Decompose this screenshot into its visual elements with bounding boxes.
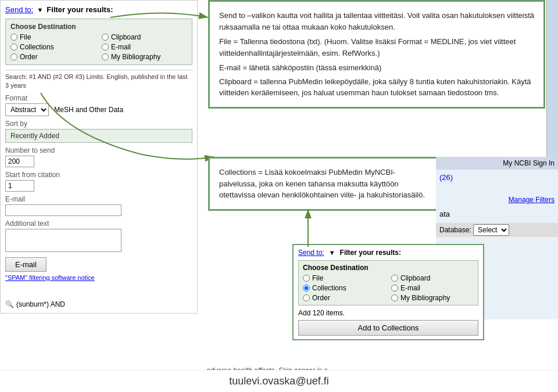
dest-order-radio[interactable] (10, 53, 17, 60)
my-ncbi-text: My NCBI Sign In (503, 159, 555, 167)
search-bar-bottom: 🔍 (sunburn*) AND (5, 300, 65, 308)
dest-order[interactable]: Order (10, 53, 96, 61)
dest-email[interactable]: E-mail (102, 43, 187, 51)
arrow-1 (105, 3, 215, 32)
bottom-dest-order-radio[interactable] (303, 294, 310, 301)
bottom-dest-email[interactable]: E-mail (391, 284, 474, 292)
dest-collections-radio[interactable] (10, 44, 17, 51)
tooltip-box-1: Send to –valikon kautta voit hallita ja … (208, 0, 545, 109)
email-input[interactable] (5, 204, 121, 216)
search-query: (sunburn*) AND (16, 300, 65, 308)
dest-clipboard-radio[interactable] (102, 34, 109, 41)
results-count[interactable]: (26) (436, 172, 558, 183)
number-to-send-input[interactable] (5, 156, 34, 167)
manage-filters-link[interactable]: Manage Filters (436, 195, 558, 205)
dest-clipboard[interactable]: Clipboard (102, 33, 187, 41)
dest-file[interactable]: File (10, 33, 96, 41)
ata-label: ata (439, 210, 450, 218)
bottom-dest-email-radio[interactable] (391, 285, 398, 292)
bottom-dest-mybib-radio[interactable] (391, 294, 398, 301)
dest-file-label: File (20, 33, 31, 41)
add-to-collections-button[interactable]: Add to Collections (298, 320, 478, 336)
bottom-dest-clipboard-label: Clipboard (400, 274, 430, 282)
tooltip1-file: File = Tallenna tiedostona (txt). (Huom.… (219, 36, 534, 59)
bottom-dest-file-radio[interactable] (303, 275, 310, 282)
add-items-text: Add 120 items. (298, 309, 478, 317)
bottom-dest-collections-label: Collections (312, 284, 346, 292)
bottom-dest-file-label: File (312, 274, 323, 282)
bottom-send-to-link[interactable]: Send to: (298, 249, 324, 257)
bottom-dest-order-label: Order (312, 294, 330, 302)
bottom-dropdown-icon: ▼ (329, 249, 335, 256)
bottom-send-header: Send to: ▼ Filter your results: (298, 249, 478, 257)
tooltip1-text: Send to –valikon kautta voit hallita ja … (219, 10, 534, 33)
arrow-2 (35, 87, 221, 171)
start-from-input[interactable] (5, 180, 34, 192)
footer-email: tuulevi.ovaska@uef.fi (0, 370, 558, 392)
bottom-dest-mybib-label: My Bibliography (400, 294, 450, 302)
right-fragment (546, 0, 558, 160)
arrow-3 (285, 203, 331, 250)
destination-radio-group: File Clipboard Collections E-mail Order … (10, 33, 187, 61)
bottom-dest-mybib[interactable]: My Bibliography (391, 294, 474, 302)
database-label: Database: (439, 226, 471, 234)
email-button[interactable]: E-mail (5, 257, 46, 272)
my-ncbi-signin[interactable]: My NCBI Sign In (436, 157, 558, 170)
dest-collections[interactable]: Collections (10, 43, 96, 51)
bottom-dest-order[interactable]: Order (303, 294, 385, 302)
filter-results-label: Filter your results: (46, 5, 113, 14)
bottom-dest-clipboard[interactable]: Clipboard (391, 274, 474, 282)
manage-filters-text: Manage Filters (509, 196, 555, 204)
additional-text-label: Additional text (5, 220, 192, 228)
tooltip1-email: E-mail = lähetä sähköpostiin (tässä esim… (219, 62, 534, 74)
spam-notice-link[interactable]: "SPAM" filtering software notice (5, 274, 192, 281)
tooltip2-text: Collections = Lisää kokoelmaksi PubMedin… (219, 167, 430, 201)
bottom-filter-label: Filter your results: (340, 249, 401, 257)
dest-mybib-radio[interactable] (102, 53, 109, 60)
dest-file-radio[interactable] (10, 34, 17, 41)
start-from-label: Start from citation (5, 171, 192, 179)
database-row: Database: Select (436, 223, 558, 237)
additional-text-input[interactable] (5, 229, 121, 252)
database-select[interactable]: Select (473, 224, 509, 236)
bottom-dest-clipboard-radio[interactable] (391, 275, 398, 282)
bottom-send-panel: Send to: ▼ Filter your results: Choose D… (292, 244, 484, 340)
dest-email-label: E-mail (111, 43, 131, 51)
tooltip1-clipboard: Clipboard = tallenna PubMedin leikepöydä… (219, 76, 534, 99)
bottom-choose-dest: Choose Destination File Clipboard Collec… (298, 260, 478, 305)
bottom-dest-collections-radio[interactable] (303, 285, 310, 292)
dest-mybib-label: My Bibliography (111, 53, 160, 61)
search-icon: 🔍 (5, 300, 14, 308)
bottom-dest-title: Choose Destination (303, 264, 474, 272)
bottom-dest-collections[interactable]: Collections (303, 284, 385, 292)
dest-clipboard-label: Clipboard (111, 33, 141, 41)
additional-text-row: Additional text (5, 220, 192, 254)
bottom-dest-file[interactable]: File (303, 274, 385, 282)
bottom-dest-email-label: E-mail (400, 284, 420, 292)
dest-email-radio[interactable] (102, 44, 109, 51)
email-label: E-mail (5, 195, 192, 203)
dest-collections-label: Collections (20, 43, 54, 51)
dest-order-label: Order (20, 53, 38, 61)
results-count-text: (26) (439, 173, 453, 182)
ata-section: ata (436, 207, 558, 221)
dest-mybib[interactable]: My Bibliography (102, 53, 187, 61)
send-to-link[interactable]: Send to: (5, 5, 33, 14)
tooltip-box-2: Collections = Lisää kokoelmaksi PubMedin… (208, 157, 441, 211)
bottom-radio-group: File Clipboard Collections E-mail Order … (303, 274, 474, 302)
start-from-row: Start from citation (5, 171, 192, 192)
email-row: E-mail (5, 195, 192, 216)
